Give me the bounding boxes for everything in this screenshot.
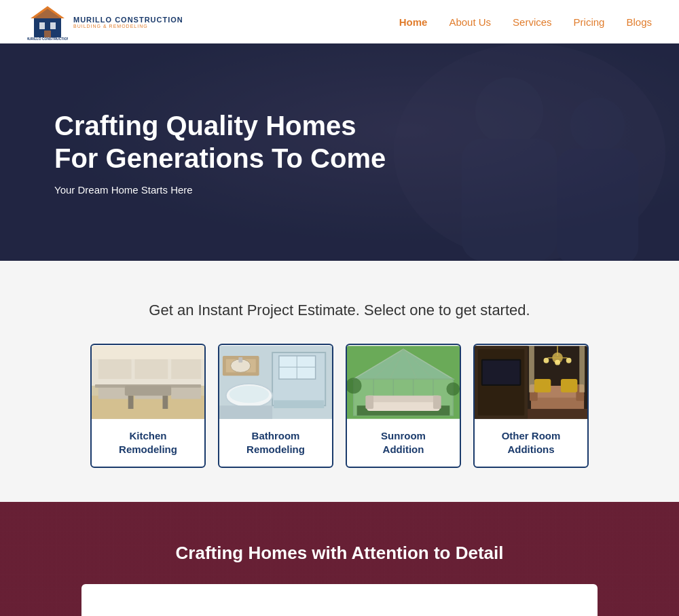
svg-rect-75 <box>561 379 577 393</box>
service-cards-row: Kitchen Remodeling <box>27 344 652 468</box>
svg-rect-20 <box>98 359 132 379</box>
svg-rect-21 <box>134 359 168 379</box>
nav-home[interactable]: Home <box>399 16 428 28</box>
svg-rect-25 <box>162 396 168 410</box>
svg-rect-54 <box>367 396 439 403</box>
svg-rect-63 <box>483 361 520 384</box>
svg-text:MURILLO CONSTRUCTION: MURILLO CONSTRUCTION <box>27 37 68 41</box>
hero-subtitle: Your Dream Home Starts Here <box>54 184 386 196</box>
service-card-bathroom[interactable]: Bathroom Remodeling <box>218 344 333 468</box>
service-card-sunroom[interactable]: Sunroom Addition <box>346 344 461 468</box>
logo-text: MURILLO CONSTRUCTION BUILDING & REMODELI… <box>73 16 183 29</box>
estimate-title: Get an Instant Project Estimate. Select … <box>27 302 652 319</box>
otherroom-card-label: Other Room Additions <box>475 420 587 467</box>
svg-rect-40 <box>219 405 272 419</box>
bathroom-image <box>219 345 332 420</box>
bathroom-card-label: Bathroom Remodeling <box>219 420 332 467</box>
nav-about[interactable]: About Us <box>449 16 491 28</box>
svg-rect-56 <box>433 396 441 410</box>
service-card-other[interactable]: Other Room Additions <box>473 344 589 468</box>
svg-rect-23 <box>125 386 171 396</box>
svg-rect-30 <box>274 400 324 408</box>
main-nav: Home About Us Services Pricing Blogs <box>399 16 652 28</box>
svg-rect-15 <box>92 396 204 419</box>
svg-rect-77 <box>579 346 585 392</box>
hero-section: Crafting Quality Homes For Generations T… <box>0 43 679 261</box>
svg-rect-74 <box>534 379 551 393</box>
crafting-title: Crafting Homes with Attention to Detail <box>27 543 652 564</box>
kitchen-card-label: Kitchen Remodeling <box>92 420 204 467</box>
svg-point-67 <box>544 358 549 363</box>
nav-services[interactable]: Services <box>513 16 552 28</box>
logo-area: MURILLO CONSTRUCTION MURILLO CONSTRUCTIO… <box>27 3 183 41</box>
svg-rect-39 <box>238 357 242 363</box>
svg-rect-24 <box>128 396 134 410</box>
svg-point-68 <box>566 358 572 363</box>
site-header: MURILLO CONSTRUCTION MURILLO CONSTRUCTIO… <box>0 0 679 43</box>
svg-point-58 <box>446 382 460 396</box>
svg-rect-55 <box>365 396 373 410</box>
otherroom-image <box>475 345 587 420</box>
kitchen-image <box>92 345 204 420</box>
svg-rect-1 <box>39 22 45 29</box>
sunroom-image <box>347 345 460 420</box>
nav-pricing[interactable]: Pricing <box>574 16 605 28</box>
service-card-kitchen[interactable]: Kitchen Remodeling <box>90 344 206 468</box>
svg-point-69 <box>555 360 560 365</box>
nav-blogs[interactable]: Blogs <box>626 16 652 28</box>
crafting-content-box <box>81 584 598 616</box>
crafting-section: Crafting Homes with Attention to Detail <box>0 502 679 616</box>
svg-rect-2 <box>50 22 56 29</box>
estimate-section: Get an Instant Project Estimate. Select … <box>0 261 679 502</box>
svg-rect-22 <box>171 359 201 379</box>
svg-rect-78 <box>528 409 587 419</box>
svg-rect-18 <box>171 386 201 399</box>
hero-title: Crafting Quality Homes For Generations T… <box>54 109 386 175</box>
svg-point-35 <box>230 386 270 403</box>
hero-content: Crafting Quality Homes For Generations T… <box>0 109 440 196</box>
sunroom-card-label: Sunroom Addition <box>347 420 460 467</box>
svg-rect-26 <box>92 346 204 359</box>
logo-icon: MURILLO CONSTRUCTION <box>27 3 68 41</box>
svg-rect-76 <box>529 346 534 392</box>
